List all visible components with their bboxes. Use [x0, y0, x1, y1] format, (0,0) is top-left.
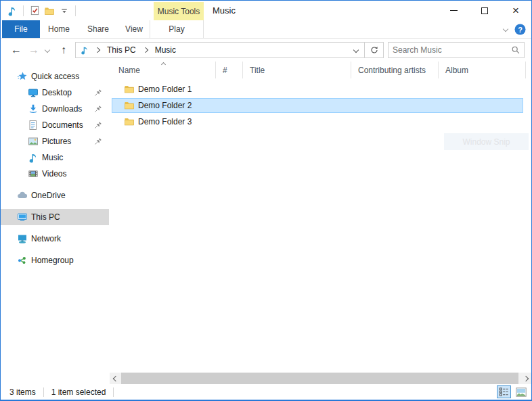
titlebar: Music Tools Music ×: [1, 1, 531, 20]
tab-share[interactable]: Share: [81, 20, 116, 38]
folder-icon: [124, 84, 135, 95]
back-button[interactable]: ←: [7, 39, 25, 62]
refresh-icon: [370, 45, 379, 55]
window-controls: ×: [438, 1, 531, 20]
search-icon[interactable]: [508, 45, 524, 55]
scroll-right-icon[interactable]: [520, 373, 531, 384]
sidebar-item-quick-access[interactable]: Quick access: [1, 68, 109, 85]
window-title: Music: [213, 5, 236, 16]
close-icon: ×: [512, 7, 519, 14]
breadcrumb-this-pc[interactable]: This PC: [106, 45, 137, 55]
collapse-ribbon-icon[interactable]: [503, 26, 508, 32]
file-row-demo-folder-1[interactable]: Demo Folder 1: [112, 82, 523, 97]
sidebar-item-label: Pictures: [42, 137, 71, 146]
address-dropdown-icon[interactable]: [348, 43, 364, 57]
onedrive-cloud-icon: [17, 190, 28, 201]
file-name: Demo Folder 1: [138, 85, 192, 94]
properties-check-icon[interactable]: [27, 3, 42, 18]
qat-separator: [75, 5, 76, 16]
tab-home[interactable]: Home: [41, 20, 76, 38]
network-icon: [17, 233, 28, 244]
downloads-icon: [28, 103, 39, 114]
column-header-title[interactable]: Title: [243, 62, 351, 78]
recent-locations-icon[interactable]: [41, 39, 53, 62]
refresh-button[interactable]: [364, 43, 383, 57]
desktop-icon: [28, 87, 39, 98]
details-view-icon: [499, 387, 509, 397]
large-icons-view-button[interactable]: [514, 385, 528, 398]
scroll-left-icon[interactable]: [110, 373, 121, 384]
column-header-name[interactable]: Name: [109, 62, 216, 78]
pin-icon[interactable]: [94, 105, 102, 113]
status-divider: [43, 387, 44, 397]
explorer-window: Music Tools Music × File Home Share View…: [0, 0, 532, 401]
file-list-pane: Name # Title Contributing artists Album …: [109, 62, 531, 373]
maximize-icon: [481, 7, 488, 14]
column-header-number[interactable]: #: [216, 62, 243, 78]
sidebar-item-desktop[interactable]: Desktop: [1, 85, 109, 101]
quick-access-toolbar: [5, 1, 79, 20]
search-input[interactable]: [389, 45, 508, 55]
column-header-contributing-artists[interactable]: Contributing artists: [351, 62, 439, 78]
column-header-album[interactable]: Album: [439, 62, 526, 78]
status-bar: 3 items 1 item selected: [1, 384, 531, 400]
maximize-button[interactable]: [469, 1, 500, 20]
up-button[interactable]: ↑: [55, 39, 72, 62]
breadcrumb-chevron-icon[interactable]: [142, 47, 148, 53]
pin-icon[interactable]: [94, 89, 102, 97]
scrollbar-thumb[interactable]: [121, 373, 518, 384]
new-folder-icon[interactable]: [42, 3, 57, 18]
this-pc-icon: [17, 212, 28, 222]
sidebar-item-videos[interactable]: Videos: [1, 166, 109, 182]
sidebar-item-this-pc[interactable]: This PC: [1, 209, 109, 225]
sidebar-item-label: Quick access: [31, 72, 79, 81]
sidebar-item-music[interactable]: Music: [1, 149, 109, 166]
music-note-icon: [5, 3, 20, 18]
minimize-button[interactable]: [438, 1, 469, 20]
sidebar-item-onedrive[interactable]: OneDrive: [1, 187, 109, 204]
sidebar-item-network[interactable]: Network: [1, 231, 109, 247]
sidebar-item-downloads[interactable]: Downloads: [1, 101, 109, 117]
folder-icon: [124, 116, 135, 127]
selected-count: 1 item selected: [51, 387, 106, 397]
homegroup-icon: [17, 255, 28, 266]
documents-icon: [28, 120, 39, 131]
file-name: Demo Folder 2: [138, 101, 192, 110]
file-row-demo-folder-3[interactable]: Demo Folder 3: [112, 114, 523, 129]
ribbon-tab-bar: File Home Share View Play ?: [1, 20, 531, 39]
qat-separator: [23, 5, 24, 16]
forward-button[interactable]: →: [25, 39, 43, 62]
file-row-demo-folder-2[interactable]: Demo Folder 2: [112, 98, 523, 113]
items-count: 3 items: [9, 387, 36, 397]
folder-icon: [124, 100, 135, 111]
tab-play[interactable]: Play: [150, 20, 204, 38]
close-button[interactable]: ×: [500, 1, 531, 20]
pin-icon[interactable]: [94, 121, 102, 129]
details-view-button[interactable]: [497, 385, 511, 398]
tab-file[interactable]: File: [2, 20, 40, 38]
pictures-icon: [28, 136, 39, 147]
help-button[interactable]: ?: [514, 24, 526, 35]
file-name: Demo Folder 3: [138, 117, 192, 126]
minimize-icon: [450, 10, 458, 11]
horizontal-scrollbar[interactable]: [110, 373, 531, 384]
svg-text:?: ?: [518, 25, 523, 33]
address-bar[interactable]: This PC Music: [75, 42, 384, 58]
sidebar-item-label: Documents: [42, 120, 83, 130]
pin-icon[interactable]: [94, 137, 102, 145]
sidebar-item-label: Downloads: [42, 104, 82, 114]
sidebar-item-homegroup[interactable]: Homegroup: [1, 252, 109, 268]
breadcrumb-chevron-icon[interactable]: [95, 47, 100, 53]
sidebar-item-documents[interactable]: Documents: [1, 117, 109, 133]
quick-access-star-icon: [17, 71, 28, 82]
qat-dropdown-icon[interactable]: [57, 3, 72, 18]
sidebar-item-label: Videos: [42, 169, 66, 179]
breadcrumb: This PC Music: [76, 43, 348, 57]
sidebar-item-pictures[interactable]: Pictures: [1, 133, 109, 149]
sort-ascending-icon: [161, 62, 166, 67]
column-headers: Name # Title Contributing artists Album: [109, 62, 526, 78]
videos-icon: [28, 168, 39, 179]
music-tools-contextual-group: Music Tools: [154, 2, 204, 20]
tab-view[interactable]: View: [118, 20, 150, 38]
breadcrumb-music[interactable]: Music: [154, 45, 177, 55]
